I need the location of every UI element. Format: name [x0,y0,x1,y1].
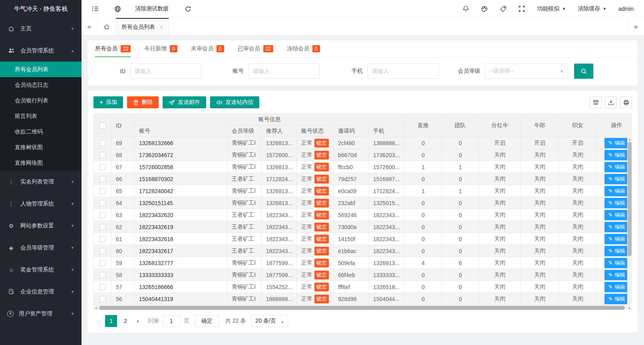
row-checkbox[interactable] [99,164,106,170]
edit-button[interactable]: ✎编辑 [604,222,629,232]
lock-button[interactable]: 锁定 [314,187,329,195]
user-menu[interactable]: admin [618,6,634,12]
row-checkbox[interactable] [99,272,106,278]
edit-button[interactable]: ✎编辑 [604,198,629,208]
horizontal-scrollbar-thumb[interactable] [99,306,625,310]
sidebar-submenu-item[interactable]: 所有会员列表 [0,62,81,77]
member-filter-tab[interactable]: 所有会员 22 [95,40,131,57]
row-checkbox[interactable] [99,140,106,146]
lock-button[interactable]: 锁定 [314,151,329,160]
sidebar-item-realname[interactable]: ⋮ 实名列表管理 ▼ [0,171,81,193]
lock-button[interactable]: 锁定 [314,139,329,148]
sidebar-submenu-item[interactable]: 会员银行列表 [0,93,81,108]
sidebar-submenu-item[interactable]: 会员动态日志 [0,77,81,93]
row-checkbox[interactable] [99,188,106,194]
edit-button[interactable]: ✎编辑 [604,282,629,292]
edit-button[interactable]: ✎编辑 [604,246,629,256]
send-message-button[interactable]: 发送站内信 [210,96,259,108]
sidebar-submenu-item[interactable]: 直推树状图 [0,140,81,155]
member-filter-tab[interactable]: 今日新增 0 [144,40,177,57]
lock-button[interactable]: 锁定 [314,295,329,303]
globe-icon[interactable] [109,6,125,12]
export-icon[interactable] [605,96,617,108]
row-checkbox[interactable] [99,176,106,182]
delete-button[interactable]: 删除 [127,96,159,108]
select-all-checkbox[interactable] [99,122,106,129]
next-page-icon[interactable]: › [133,317,143,325]
account-input[interactable] [248,64,320,79]
lock-button[interactable]: 锁定 [314,199,329,207]
tabs-scroll-right-icon[interactable]: » [627,18,644,35]
lock-button[interactable]: 锁定 [314,283,329,291]
row-checkbox[interactable] [99,296,106,302]
lock-button[interactable]: 锁定 [314,163,329,172]
page-1-button[interactable]: 1 [105,315,117,327]
edit-button[interactable]: ✎编辑 [604,234,629,244]
edit-button[interactable]: ✎编辑 [604,174,629,184]
row-checkbox[interactable] [99,260,106,266]
function-simulate-menu[interactable]: 功能模拟▼ [537,5,566,12]
edit-button[interactable]: ✎编辑 [604,138,629,148]
print-icon[interactable] [620,96,632,108]
home-tab-icon[interactable] [97,18,116,35]
id-input[interactable] [130,64,201,79]
topnav-clear-test-data[interactable]: 清除测试数据 [135,5,169,12]
columns-filter-icon[interactable] [590,96,602,108]
search-button[interactable] [574,64,593,79]
tabs-scroll-left-icon[interactable]: « [81,18,97,35]
lock-button[interactable]: 锁定 [314,175,329,183]
member-filter-tab[interactable]: 未审会员 0 [191,40,224,57]
sidebar-item-bonus-system[interactable]: ☺ 奖金管理系统 ▼ [0,259,81,281]
sidebar-item-user-assets[interactable]: ¥ 用户资产管理 ▼ [0,303,81,325]
lock-button[interactable]: 锁定 [314,235,329,243]
tag-icon[interactable] [500,6,507,12]
sidebar-item-home[interactable]: 主页 ▼ [0,18,81,40]
send-mail-button[interactable]: 发送邮件 [163,96,206,108]
scroll-up-icon[interactable]: ▲ [627,137,632,142]
goto-page-input[interactable] [163,315,180,327]
vertical-scrollbar-thumb[interactable] [628,142,632,256]
sidebar-item-site-settings[interactable]: ⚙ 网站参数设置 ▼ [0,215,81,237]
add-button[interactable]: + 添加 [93,96,123,108]
scroll-right-icon[interactable]: ► [627,305,632,310]
phone-input[interactable] [368,64,439,79]
palette-icon[interactable] [481,6,488,12]
edit-button[interactable]: ✎编辑 [604,294,629,304]
horizontal-scrollbar[interactable]: ◄ ► [93,305,632,310]
clear-cache-menu[interactable]: 清除缓存▼ [578,5,606,12]
row-checkbox[interactable] [99,224,106,230]
lock-button[interactable]: 锁定 [314,259,329,267]
sidebar-item-person-system[interactable]: ⋮ 人物管理系统 ▼ [0,193,81,215]
sidebar-submenu-item[interactable]: 收款二维码 [0,124,81,140]
sidebar-submenu-item[interactable]: 留言列表 [0,108,81,124]
lock-button[interactable]: 锁定 [314,223,329,231]
row-checkbox[interactable] [99,152,106,158]
edit-button[interactable]: ✎编辑 [604,210,629,220]
edit-button[interactable]: ✎编辑 [604,258,629,268]
refresh-icon[interactable] [180,6,196,12]
row-checkbox[interactable] [99,248,106,254]
sidebar-item-company-info[interactable]: 企业信息管理 ▼ [0,281,81,303]
row-checkbox[interactable] [99,236,106,242]
edit-button[interactable]: ✎编辑 [604,186,629,196]
page-size-select[interactable]: 20 条/页 ⌄ [251,315,288,327]
edit-button[interactable]: ✎编辑 [604,162,629,172]
row-checkbox[interactable] [99,200,106,206]
confirm-button[interactable]: 确定 [195,315,219,327]
page-2-button[interactable]: 2 [119,315,131,327]
member-level-select[interactable]: --请选择-- ▼ [485,64,568,79]
lock-button[interactable]: 锁定 [314,271,329,279]
sidebar-item-member-system[interactable]: 会员管理系统 ▲ [0,40,81,62]
member-filter-tab[interactable]: 冻结会员 0 [287,40,320,57]
edit-button[interactable]: ✎编辑 [604,270,629,280]
lock-button[interactable]: 锁定 [314,247,329,255]
scroll-left-icon[interactable]: ◄ [93,305,98,310]
sidebar-item-member-level[interactable]: ◈ 会员等级管理 ▼ [0,237,81,259]
sidebar-submenu-item[interactable]: 直推网络图 [0,155,81,171]
edit-button[interactable]: ✎编辑 [604,150,629,160]
fullscreen-icon[interactable] [519,6,525,12]
row-checkbox[interactable] [99,212,106,218]
close-icon[interactable]: × [160,24,163,30]
sidebar-collapse-icon[interactable] [87,6,103,12]
vertical-scrollbar[interactable]: ▲ [627,137,632,305]
